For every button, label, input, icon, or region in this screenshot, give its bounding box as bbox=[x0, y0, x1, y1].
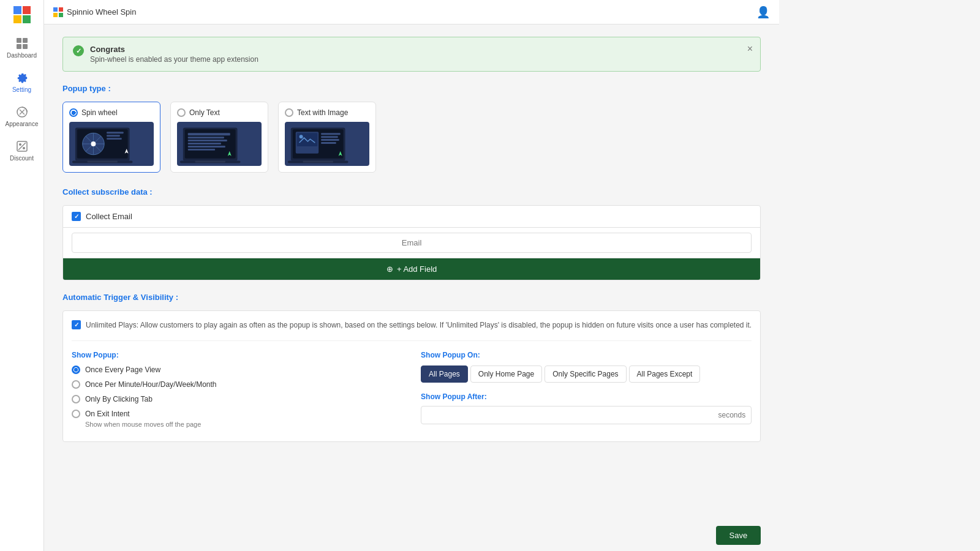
email-field-row bbox=[63, 228, 760, 258]
svg-point-9 bbox=[19, 143, 21, 146]
collect-email-checkbox[interactable] bbox=[72, 212, 81, 221]
save-bar: Save bbox=[44, 520, 779, 551]
svg-rect-47 bbox=[321, 133, 341, 135]
collect-section-title: Collect subscribe data : bbox=[62, 187, 761, 197]
trigger-section: Automatic Trigger & Visibility : Unlimit… bbox=[62, 293, 761, 442]
alert-close-button[interactable]: × bbox=[747, 43, 753, 54]
radio-exit-intent-sublabel: Show when mouse moves off the page bbox=[85, 421, 402, 428]
svg-rect-14 bbox=[59, 7, 63, 12]
popup-type-spin-radio bbox=[69, 108, 78, 117]
svg-rect-41 bbox=[195, 160, 225, 162]
dashboard-icon bbox=[15, 37, 29, 50]
popup-type-section: Popup type : Spin wheel bbox=[62, 84, 761, 173]
svg-rect-3 bbox=[23, 15, 31, 23]
svg-rect-5 bbox=[23, 38, 28, 43]
sidebar-item-discount[interactable]: Discount bbox=[0, 133, 43, 168]
svg-rect-13 bbox=[53, 7, 58, 12]
success-icon bbox=[73, 45, 84, 56]
svg-rect-26 bbox=[107, 135, 120, 137]
trigger-content: Unlimited Plays: Allow customers to play… bbox=[62, 310, 761, 442]
popup-on-buttons: All Pages Only Home Page Only Specific P… bbox=[421, 365, 752, 383]
radio-exit-intent[interactable]: On Exit Intent bbox=[72, 410, 402, 418]
seconds-input[interactable] bbox=[421, 406, 752, 424]
svg-rect-6 bbox=[17, 44, 21, 49]
unlimited-plays-checkbox[interactable] bbox=[72, 320, 81, 329]
popup-on-all-except[interactable]: All Pages Except bbox=[629, 365, 701, 383]
user-icon[interactable]: 👤 bbox=[756, 6, 770, 19]
sidebar-item-appearance-label: Appearance bbox=[6, 121, 39, 127]
svg-rect-36 bbox=[188, 143, 221, 144]
radio-once-every-page[interactable]: Once Every Page View bbox=[72, 365, 402, 374]
trigger-section-title: Automatic Trigger & Visibility : bbox=[62, 293, 761, 302]
show-popup-on-title: Show Popup On: bbox=[421, 351, 752, 359]
svg-rect-49 bbox=[321, 139, 339, 141]
two-col: Show Popup: Once Every Page View Once Pe… bbox=[72, 351, 752, 433]
popup-on-specific-pages[interactable]: Only Specific Pages bbox=[545, 365, 626, 383]
radio-only-clicking[interactable]: Only By Clicking Tab bbox=[72, 395, 402, 403]
svg-rect-50 bbox=[321, 142, 336, 144]
sidebar-item-dashboard[interactable]: Dashboard bbox=[0, 31, 43, 65]
popup-type-text-radio bbox=[177, 108, 186, 117]
only-text-preview bbox=[177, 122, 262, 166]
seconds-label: seconds bbox=[718, 411, 746, 419]
alert-desc: Spin-wheel is enabled as your theme app … bbox=[90, 55, 750, 64]
sidebar: Dashboard Setting Appearance bbox=[0, 0, 44, 551]
popup-on-all-pages[interactable]: All Pages bbox=[421, 365, 468, 383]
radio-only-clicking-label: Only By Clicking Tab bbox=[85, 395, 153, 403]
scrollable-content: Congrats Spin-wheel is enabled as your t… bbox=[44, 24, 779, 520]
svg-point-46 bbox=[300, 135, 303, 138]
svg-point-24 bbox=[91, 141, 96, 146]
unlimited-plays-row: Unlimited Plays: Allow customers to play… bbox=[72, 320, 752, 341]
svg-rect-1 bbox=[23, 6, 31, 14]
sidebar-item-setting[interactable]: Setting bbox=[0, 65, 43, 99]
popup-type-spin-label: Spin wheel bbox=[69, 108, 154, 117]
save-button[interactable]: Save bbox=[716, 526, 761, 545]
popup-type-image-label: Text with Image bbox=[285, 108, 369, 117]
svg-rect-16 bbox=[59, 13, 63, 17]
radio-only-clicking-circle bbox=[72, 395, 80, 403]
sidebar-item-appearance[interactable]: Appearance bbox=[0, 99, 43, 133]
radio-once-every-page-label: Once Every Page View bbox=[85, 365, 160, 374]
email-input[interactable] bbox=[72, 233, 752, 253]
svg-rect-7 bbox=[23, 44, 28, 49]
topbar: Spinnio Wheel Spin 👤 bbox=[44, 0, 779, 24]
svg-rect-15 bbox=[53, 13, 58, 17]
app-logo bbox=[13, 6, 31, 23]
svg-rect-27 bbox=[107, 138, 122, 140]
popup-type-text-label: Only Text bbox=[177, 108, 262, 117]
sidebar-item-discount-label: Discount bbox=[10, 155, 34, 162]
col-right: Show Popup On: All Pages Only Home Page … bbox=[421, 351, 752, 433]
svg-rect-45 bbox=[297, 133, 318, 146]
setting-icon bbox=[15, 71, 29, 84]
add-field-icon: ⊕ bbox=[386, 264, 393, 274]
sidebar-item-dashboard-label: Dashboard bbox=[7, 52, 37, 59]
text-image-preview bbox=[285, 122, 369, 166]
popup-type-card-text[interactable]: Only Text bbox=[170, 102, 268, 173]
collect-header: Collect Email bbox=[63, 206, 760, 228]
svg-rect-2 bbox=[13, 15, 21, 23]
add-field-button[interactable]: ⊕ + Add Field bbox=[63, 258, 760, 280]
spin-wheel-preview bbox=[69, 122, 154, 166]
svg-rect-34 bbox=[188, 137, 224, 138]
alert-title: Congrats bbox=[90, 45, 750, 54]
svg-point-10 bbox=[23, 147, 25, 149]
unlimited-plays-text: Unlimited Plays: Allow customers to play… bbox=[86, 320, 752, 331]
alert-text: Congrats Spin-wheel is enabled as your t… bbox=[90, 45, 750, 64]
svg-rect-37 bbox=[188, 145, 225, 147]
popup-type-card-image[interactable]: Text with Image bbox=[278, 102, 376, 173]
popup-type-card-spin[interactable]: Spin wheel bbox=[62, 102, 160, 173]
show-popup-after-title: Show Popup After: bbox=[421, 392, 752, 401]
svg-rect-33 bbox=[188, 133, 230, 135]
col-left: Show Popup: Once Every Page View Once Pe… bbox=[72, 351, 402, 433]
svg-rect-35 bbox=[188, 140, 227, 141]
discount-icon bbox=[15, 140, 29, 153]
radio-once-per-minute-label: Once Per Minute/Hour/Day/Week/Month bbox=[85, 380, 217, 389]
add-field-label: + Add Field bbox=[397, 264, 437, 274]
svg-rect-4 bbox=[17, 38, 21, 43]
popup-type-title: Popup type : bbox=[62, 84, 761, 93]
radio-once-per-minute[interactable]: Once Per Minute/Hour/Day/Week/Month bbox=[72, 380, 402, 389]
radio-exit-intent-circle bbox=[72, 410, 80, 418]
popup-type-row: Spin wheel bbox=[62, 102, 761, 173]
popup-on-home-page[interactable]: Only Home Page bbox=[470, 365, 542, 383]
appearance-icon bbox=[15, 105, 29, 119]
